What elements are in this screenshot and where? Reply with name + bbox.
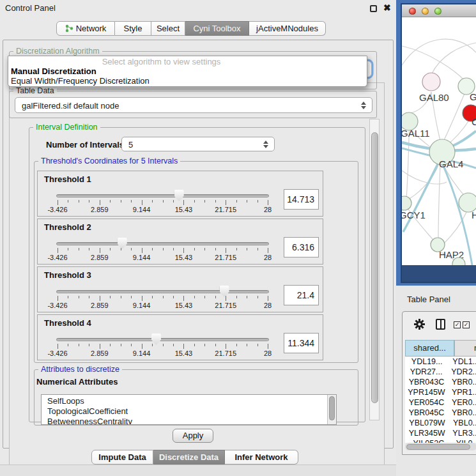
slider-track[interactable] [56, 290, 269, 293]
apply-button[interactable]: Apply [173, 429, 213, 443]
cell-shared-name[interactable]: YDR27... [405, 367, 447, 377]
tab-label: Style [124, 22, 142, 35]
table-data-select[interactable]: galFiltered.sif default node [15, 97, 372, 113]
slider-track[interactable] [56, 242, 269, 245]
number-of-intervals-value: 5 [128, 137, 133, 152]
dropdown-prompt: Select algorithm to view settings [8, 57, 367, 66]
tab-cyni-toolbox[interactable]: Cyni Toolbox [185, 21, 249, 36]
network-node-label: H [472, 210, 476, 220]
network-window[interactable]: GAL80GCGAL11GAL4GCY1HHAP2 [401, 3, 476, 283]
float-window-icon[interactable] [370, 5, 377, 12]
table-row[interactable]: YLR345WYLR3... [405, 428, 476, 438]
tab-label: Cyni Toolbox [193, 22, 240, 35]
table-row[interactable]: YDR27...YDR2... [405, 367, 476, 377]
dropdown-option-manual[interactable]: Manual Discretization [8, 66, 367, 76]
table-row[interactable]: YER054CYER0... [405, 397, 476, 408]
cell-shared-name[interactable]: YIL052C [405, 438, 452, 443]
slider-tick-labels: -3.4262.8599.14415.4321.71528 [58, 254, 268, 261]
table-row[interactable]: YIL052CYIL0... [405, 438, 476, 443]
network-desktop: GAL80GCGAL11GAL4GCY1HHAP2 [396, 0, 476, 286]
table-data-group: Table Data galFiltered.sif default node [9, 91, 377, 118]
tab-jactivemnodules[interactable]: jActiveMNodules [249, 21, 326, 36]
number-of-intervals-select[interactable]: 5 [121, 137, 275, 151]
close-traffic-light-icon[interactable] [409, 8, 416, 15]
cell-name[interactable]: YBL0... [449, 418, 476, 428]
slider-ticks [58, 344, 268, 349]
cell-shared-name[interactable]: YBR043C [405, 377, 448, 387]
threshold-value-field[interactable]: 14.713 [284, 189, 319, 210]
threshold-value-field[interactable]: 11.344 [284, 333, 319, 353]
attribute-item[interactable]: TopologicalCoefficient [42, 406, 336, 417]
network-node-label: C [472, 116, 476, 127]
thresholds-group-title: Threshold's Coordinates for 5 Intervals [38, 157, 180, 165]
network-node-label: GAL4 [439, 158, 463, 169]
table-row[interactable]: YBL079WYBL0... [405, 418, 476, 428]
dropdown-option-equal-width[interactable]: Equal Width/Frequency Discretization [8, 76, 367, 86]
tab-label: jActiveMNodules [256, 22, 318, 35]
cell-name[interactable]: YDR2... [447, 367, 476, 377]
tab-label: Select [157, 22, 180, 35]
list-scrollbar-thumb[interactable] [329, 396, 335, 420]
close-icon[interactable]: ✖ [383, 3, 391, 13]
cell-shared-name[interactable]: YBL079W [405, 418, 449, 428]
column-header-shared-name[interactable]: shared... [405, 340, 454, 357]
tab-infer-network[interactable]: Infer Network [225, 450, 298, 464]
table-toolbar: ✓ ✓ [403, 312, 476, 340]
slider-tick-labels: -3.4262.8599.14415.4321.71528 [58, 302, 268, 309]
cell-name[interactable]: YER0... [448, 397, 476, 408]
cell-shared-name[interactable]: YPR145W [405, 387, 448, 397]
slider-track[interactable] [56, 194, 269, 197]
table-row[interactable]: YDL19...YDL1... [405, 357, 476, 367]
cell-name[interactable]: YDL1... [449, 357, 476, 367]
cell-name[interactable]: YPR1... [448, 387, 476, 397]
cell-shared-name[interactable]: YER054C [405, 397, 448, 408]
slider-track[interactable] [56, 338, 269, 341]
table-hscrollbar[interactable] [405, 443, 476, 450]
combo-arrows-icon [361, 102, 366, 109]
list-scrollbar[interactable] [327, 395, 336, 424]
table-body: YDL19...YDL1...YDR27...YDR2...YBR043CYBR… [405, 357, 476, 443]
attribute-item[interactable]: BetweennessCentrality [42, 417, 336, 425]
table-data-selected-value: galFiltered.sif default node [22, 98, 119, 114]
tab-network[interactable]: Network [56, 21, 115, 36]
tab-label: Discretize Data [159, 450, 219, 464]
table-row[interactable]: YPR145WYPR1... [405, 387, 476, 397]
tab-impute-data[interactable]: Impute Data [91, 450, 153, 464]
gear-icon[interactable] [414, 319, 425, 330]
minimize-traffic-light-icon[interactable] [422, 8, 429, 15]
network-node-gal80[interactable] [422, 73, 440, 91]
select-none-checkbox-icon[interactable]: ✓ [463, 321, 470, 328]
cell-shared-name[interactable]: YBR045C [405, 408, 448, 418]
cell-shared-name[interactable]: YLR345W [405, 428, 449, 438]
cell-name[interactable]: YIL0... [452, 438, 476, 443]
cell-name[interactable]: YBR0... [448, 408, 476, 418]
panel-scrollbar-thumb[interactable] [371, 132, 378, 403]
network-window-titlebar [402, 4, 476, 17]
table-hscrollbar-thumb[interactable] [406, 444, 470, 450]
select-all-checkbox-icon[interactable]: ✓ [454, 321, 461, 328]
threshold-value-field[interactable]: 6.316 [284, 237, 319, 257]
cell-name[interactable]: YBR0... [448, 377, 476, 387]
table-row[interactable]: YBR043CYBR0... [405, 377, 476, 387]
tab-select[interactable]: Select [151, 21, 185, 36]
column-settings-icon[interactable] [436, 319, 445, 330]
number-of-intervals-label: Number of Intervals [46, 140, 124, 150]
cell-name[interactable]: YLR3... [449, 428, 476, 438]
panel-scrollbar[interactable] [369, 119, 380, 420]
table-data-title: Table Data [13, 86, 57, 95]
attributes-group-title: Attributes to discretize [38, 365, 122, 374]
column-header-name[interactable]: n [454, 340, 476, 357]
zoom-traffic-light-icon[interactable] [434, 8, 441, 15]
threshold-panel-2: Threshold 2-3.4262.8599.14415.4321.71528… [37, 219, 323, 265]
network-canvas[interactable]: GAL80GCGAL11GAL4GCY1HHAP2 [402, 17, 476, 265]
attribute-item[interactable]: SelfLoops [42, 396, 336, 406]
table-row[interactable]: YBR045CYBR0... [405, 408, 476, 418]
threshold-panel-3: Threshold 3-3.4262.8599.14415.4321.71528… [37, 266, 323, 312]
algorithm-dropdown-popup: Select algorithm to view settings Manual… [8, 56, 367, 87]
network-node-label: G [470, 91, 476, 102]
threshold-value-field[interactable]: 21.4 [284, 285, 319, 305]
tab-label: Network [76, 22, 107, 35]
cell-shared-name[interactable]: YDL19... [405, 357, 449, 367]
tab-style[interactable]: Style [115, 21, 151, 36]
tab-discretize-data[interactable]: Discretize Data [153, 450, 225, 464]
